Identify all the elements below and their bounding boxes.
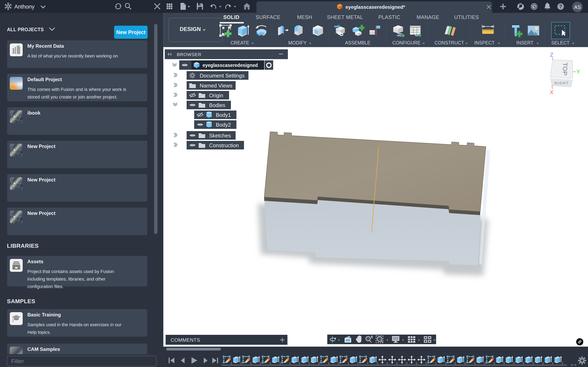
svg-text:Y: Y (576, 69, 580, 75)
svg-text:Z: Z (550, 52, 553, 58)
svg-text:X: X (550, 89, 553, 95)
svg-text:TOP: TOP (561, 62, 569, 75)
svg-text:RIGHT: RIGHT (554, 81, 569, 85)
svg-text:?: ? (559, 4, 562, 9)
